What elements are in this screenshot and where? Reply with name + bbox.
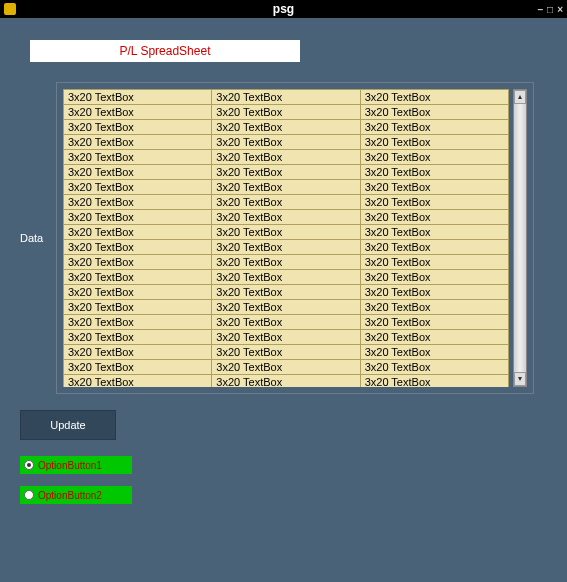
maximize-button[interactable]: □ [547, 4, 553, 15]
table-row: 3x20 TextBox3x20 TextBox3x20 TextBox [64, 285, 509, 300]
grid-cell[interactable]: 3x20 TextBox [212, 150, 360, 165]
grid-container: 3x20 TextBox3x20 TextBox3x20 TextBox3x20… [56, 82, 534, 394]
grid-cell[interactable]: 3x20 TextBox [64, 195, 212, 210]
grid-cell[interactable]: 3x20 TextBox [64, 300, 212, 315]
grid-cell[interactable]: 3x20 TextBox [360, 90, 508, 105]
table-row: 3x20 TextBox3x20 TextBox3x20 TextBox [64, 135, 509, 150]
grid-cell[interactable]: 3x20 TextBox [64, 120, 212, 135]
data-grid: 3x20 TextBox3x20 TextBox3x20 TextBox3x20… [63, 89, 509, 387]
vertical-scrollbar[interactable]: ▴ ▾ [513, 89, 527, 387]
header-title: P/L SpreadSheet [120, 44, 211, 58]
radio-dot-icon [24, 460, 34, 470]
window-buttons: – □ × [538, 4, 563, 15]
grid-cell[interactable]: 3x20 TextBox [360, 195, 508, 210]
grid-cell[interactable]: 3x20 TextBox [360, 150, 508, 165]
table-row: 3x20 TextBox3x20 TextBox3x20 TextBox [64, 120, 509, 135]
grid-cell[interactable]: 3x20 TextBox [64, 240, 212, 255]
grid-cell[interactable]: 3x20 TextBox [360, 375, 508, 388]
content-area: P/L SpreadSheet Data 3x20 TextBox3x20 Te… [0, 18, 567, 532]
table-row: 3x20 TextBox3x20 TextBox3x20 TextBox [64, 330, 509, 345]
grid-cell[interactable]: 3x20 TextBox [360, 360, 508, 375]
table-row: 3x20 TextBox3x20 TextBox3x20 TextBox [64, 90, 509, 105]
table-row: 3x20 TextBox3x20 TextBox3x20 TextBox [64, 225, 509, 240]
grid-cell[interactable]: 3x20 TextBox [360, 120, 508, 135]
grid-cell[interactable]: 3x20 TextBox [360, 255, 508, 270]
grid-cell[interactable]: 3x20 TextBox [64, 165, 212, 180]
grid-cell[interactable]: 3x20 TextBox [64, 360, 212, 375]
scroll-down-button[interactable]: ▾ [514, 372, 526, 386]
grid-cell[interactable]: 3x20 TextBox [64, 345, 212, 360]
table-row: 3x20 TextBox3x20 TextBox3x20 TextBox [64, 210, 509, 225]
grid-cell[interactable]: 3x20 TextBox [64, 330, 212, 345]
grid-cell[interactable]: 3x20 TextBox [360, 135, 508, 150]
grid-cell[interactable]: 3x20 TextBox [212, 240, 360, 255]
grid-scroll-area: 3x20 TextBox3x20 TextBox3x20 TextBox3x20… [63, 89, 513, 387]
grid-cell[interactable]: 3x20 TextBox [360, 105, 508, 120]
radio-dot-icon [24, 490, 34, 500]
grid-cell[interactable]: 3x20 TextBox [360, 285, 508, 300]
table-row: 3x20 TextBox3x20 TextBox3x20 TextBox [64, 255, 509, 270]
close-button[interactable]: × [557, 4, 563, 15]
grid-cell[interactable]: 3x20 TextBox [212, 90, 360, 105]
grid-cell[interactable]: 3x20 TextBox [64, 105, 212, 120]
option-button-1[interactable]: OptionButton1 [20, 456, 132, 474]
grid-cell[interactable]: 3x20 TextBox [212, 270, 360, 285]
grid-cell[interactable]: 3x20 TextBox [64, 270, 212, 285]
grid-cell[interactable]: 3x20 TextBox [360, 210, 508, 225]
app-icon [4, 3, 16, 15]
grid-cell[interactable]: 3x20 TextBox [360, 345, 508, 360]
grid-cell[interactable]: 3x20 TextBox [360, 180, 508, 195]
grid-cell[interactable]: 3x20 TextBox [212, 300, 360, 315]
grid-cell[interactable]: 3x20 TextBox [360, 300, 508, 315]
grid-cell[interactable]: 3x20 TextBox [64, 180, 212, 195]
grid-cell[interactable]: 3x20 TextBox [212, 285, 360, 300]
grid-cell[interactable]: 3x20 TextBox [64, 375, 212, 388]
grid-cell[interactable]: 3x20 TextBox [360, 240, 508, 255]
grid-cell[interactable]: 3x20 TextBox [212, 360, 360, 375]
titlebar: psg – □ × [0, 0, 567, 18]
grid-cell[interactable]: 3x20 TextBox [360, 225, 508, 240]
grid-cell[interactable]: 3x20 TextBox [212, 195, 360, 210]
grid-cell[interactable]: 3x20 TextBox [212, 315, 360, 330]
grid-cell[interactable]: 3x20 TextBox [64, 210, 212, 225]
option-button-label: OptionButton2 [38, 490, 102, 501]
grid-cell[interactable]: 3x20 TextBox [212, 330, 360, 345]
grid-cell[interactable]: 3x20 TextBox [212, 165, 360, 180]
grid-cell[interactable]: 3x20 TextBox [64, 255, 212, 270]
grid-cell[interactable]: 3x20 TextBox [360, 165, 508, 180]
grid-cell[interactable]: 3x20 TextBox [212, 225, 360, 240]
minimize-button[interactable]: – [538, 4, 544, 15]
header-title-box: P/L SpreadSheet [30, 40, 300, 62]
grid-cell[interactable]: 3x20 TextBox [212, 345, 360, 360]
table-row: 3x20 TextBox3x20 TextBox3x20 TextBox [64, 375, 509, 388]
grid-cell[interactable]: 3x20 TextBox [212, 120, 360, 135]
radio-group: OptionButton1OptionButton2 [20, 456, 547, 504]
grid-cell[interactable]: 3x20 TextBox [360, 270, 508, 285]
window-title: psg [273, 2, 294, 16]
grid-cell[interactable]: 3x20 TextBox [64, 90, 212, 105]
table-row: 3x20 TextBox3x20 TextBox3x20 TextBox [64, 165, 509, 180]
grid-cell[interactable]: 3x20 TextBox [64, 135, 212, 150]
table-row: 3x20 TextBox3x20 TextBox3x20 TextBox [64, 150, 509, 165]
grid-cell[interactable]: 3x20 TextBox [360, 330, 508, 345]
grid-cell[interactable]: 3x20 TextBox [64, 150, 212, 165]
grid-cell[interactable]: 3x20 TextBox [64, 285, 212, 300]
grid-cell[interactable]: 3x20 TextBox [64, 315, 212, 330]
grid-cell[interactable]: 3x20 TextBox [212, 105, 360, 120]
option-button-2[interactable]: OptionButton2 [20, 486, 132, 504]
update-button-label: Update [50, 419, 85, 431]
grid-cell[interactable]: 3x20 TextBox [212, 375, 360, 388]
option-button-label: OptionButton1 [38, 460, 102, 471]
table-row: 3x20 TextBox3x20 TextBox3x20 TextBox [64, 195, 509, 210]
scroll-up-button[interactable]: ▴ [514, 90, 526, 104]
grid-cell[interactable]: 3x20 TextBox [212, 210, 360, 225]
grid-cell[interactable]: 3x20 TextBox [360, 315, 508, 330]
grid-cell[interactable]: 3x20 TextBox [212, 135, 360, 150]
grid-cell[interactable]: 3x20 TextBox [212, 180, 360, 195]
table-row: 3x20 TextBox3x20 TextBox3x20 TextBox [64, 315, 509, 330]
update-button[interactable]: Update [20, 410, 116, 440]
table-row: 3x20 TextBox3x20 TextBox3x20 TextBox [64, 360, 509, 375]
grid-cell[interactable]: 3x20 TextBox [212, 255, 360, 270]
grid-cell[interactable]: 3x20 TextBox [64, 225, 212, 240]
data-section: Data 3x20 TextBox3x20 TextBox3x20 TextBo… [20, 82, 547, 394]
